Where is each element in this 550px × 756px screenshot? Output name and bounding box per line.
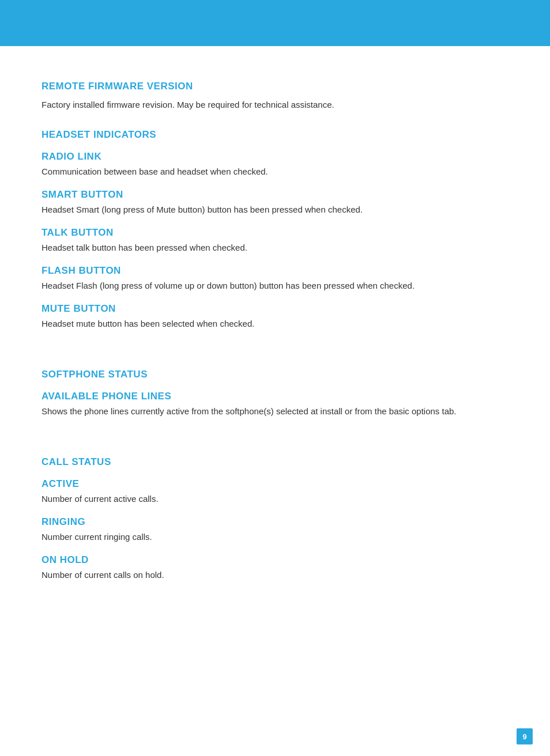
- heading-active: ACTIVE: [42, 478, 508, 490]
- heading-call-status: CALL STATUS: [42, 456, 508, 468]
- body-active: Number of current active calls.: [42, 492, 508, 506]
- body-ringing: Number current ringing calls.: [42, 530, 508, 544]
- body-radio-link: Communication between base and headset w…: [42, 165, 508, 179]
- body-mute-button: Headset mute button has been selected wh…: [42, 317, 508, 331]
- heading-smart-button: SMART BUTTON: [42, 189, 508, 201]
- heading-mute-button: MUTE BUTTON: [42, 303, 508, 315]
- heading-ringing: RINGING: [42, 516, 508, 528]
- body-smart-button: Headset Smart (long press of Mute button…: [42, 203, 508, 217]
- body-remote-firmware-version: Factory installed firmware revision. May…: [42, 98, 508, 112]
- body-on-hold: Number of current calls on hold.: [42, 568, 508, 582]
- body-available-phone-lines: Shows the phone lines currently active f…: [42, 405, 508, 418]
- body-flash-button: Headset Flash (long press of volume up o…: [42, 279, 508, 293]
- page-number: 9: [517, 728, 533, 744]
- content-area: REMOTE FIRMWARE VERSIONFactory installed…: [0, 46, 550, 620]
- heading-softphone-status: SOFTPHONE STATUS: [42, 369, 508, 380]
- heading-talk-button: TALK BUTTON: [42, 227, 508, 239]
- spacer: [42, 422, 508, 439]
- body-talk-button: Headset talk button has been pressed whe…: [42, 241, 508, 255]
- heading-remote-firmware-version: REMOTE FIRMWARE VERSION: [42, 81, 508, 92]
- heading-available-phone-lines: AVAILABLE PHONE LINES: [42, 391, 508, 402]
- heading-radio-link: RADIO LINK: [42, 151, 508, 162]
- spacer: [42, 334, 508, 351]
- heading-flash-button: FLASH BUTTON: [42, 265, 508, 277]
- header-bar: [0, 0, 550, 46]
- heading-headset-indicators: HEADSET INDICATORS: [42, 129, 508, 141]
- heading-on-hold: ON HOLD: [42, 554, 508, 566]
